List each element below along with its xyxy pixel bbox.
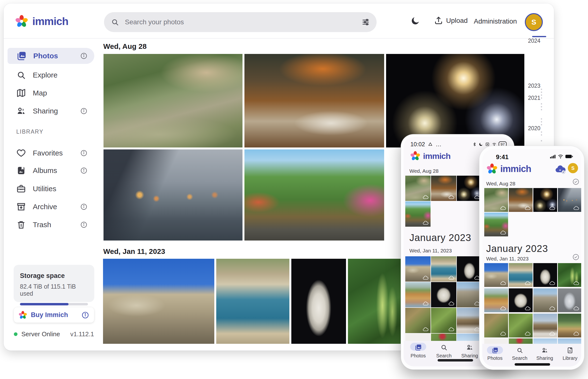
info-icon[interactable] bbox=[80, 52, 87, 60]
tab-search[interactable]: Search bbox=[433, 344, 455, 359]
photo-monkeys-forest[interactable] bbox=[104, 54, 242, 147]
info-icon[interactable] bbox=[80, 167, 87, 174]
thumb-monkeys-forest[interactable] bbox=[405, 176, 430, 201]
thumb-garden-path[interactable] bbox=[484, 213, 508, 237]
user-avatar[interactable]: S bbox=[568, 163, 578, 173]
thumb-winter-church[interactable] bbox=[457, 308, 482, 333]
tab-photos[interactable]: Photos bbox=[407, 344, 429, 359]
thumb-beach-cliff[interactable] bbox=[484, 288, 508, 312]
storage-progress-track bbox=[20, 303, 88, 305]
administration-link[interactable]: Administration bbox=[474, 17, 517, 25]
thumb-stone-sculpture[interactable] bbox=[431, 282, 456, 307]
sidebar-item-map[interactable]: Map bbox=[8, 85, 94, 101]
upload-icon bbox=[434, 16, 443, 25]
thumb-silver-ornament[interactable] bbox=[558, 288, 581, 312]
buy-immich-button[interactable]: Buy Immich bbox=[14, 307, 94, 323]
sidebar-label: Archive bbox=[33, 203, 57, 211]
scrubber-tick bbox=[541, 121, 542, 123]
thumb-beach-cliff[interactable] bbox=[405, 282, 430, 307]
photo-holding-hands[interactable] bbox=[104, 149, 242, 240]
thumb-garden-path[interactable] bbox=[405, 201, 430, 227]
thumb-coastal-town[interactable] bbox=[431, 256, 456, 282]
brand-name: immich bbox=[32, 15, 68, 28]
scrubber-tick bbox=[541, 92, 542, 93]
info-icon[interactable] bbox=[80, 221, 87, 228]
thumb-partial-flowers[interactable] bbox=[431, 333, 456, 341]
user-avatar[interactable]: S bbox=[525, 13, 543, 31]
thumb-partial-sky[interactable] bbox=[533, 338, 557, 344]
photo-fireworks[interactable] bbox=[386, 54, 524, 147]
scrubber-position-bar[interactable] bbox=[532, 36, 546, 37]
immich-flower-icon bbox=[19, 311, 27, 319]
photo-dinner-table[interactable] bbox=[244, 54, 384, 147]
thumb-winter-church[interactable] bbox=[533, 314, 557, 337]
info-icon[interactable] bbox=[80, 149, 87, 157]
select-all-icon[interactable] bbox=[572, 253, 579, 261]
sidebar-item-sharing[interactable]: Sharing bbox=[8, 103, 94, 119]
scrubber-year[interactable]: 2024 bbox=[528, 38, 540, 44]
tab-sharing[interactable]: Sharing bbox=[534, 347, 556, 361]
info-icon[interactable] bbox=[80, 203, 87, 210]
thumb-lizard-moss[interactable] bbox=[509, 314, 533, 337]
brand-name: immich bbox=[423, 151, 450, 161]
photo-seagrape-plant[interactable] bbox=[348, 259, 404, 344]
thumb-partial[interactable] bbox=[484, 338, 508, 344]
thumb-monkeys-forest[interactable] bbox=[484, 188, 508, 212]
thumb-fortress[interactable] bbox=[405, 256, 430, 282]
scrubber-year[interactable]: 2023 bbox=[528, 83, 540, 89]
sidebar-label: Map bbox=[33, 89, 47, 97]
photo-fortress-wall[interactable] bbox=[103, 259, 214, 344]
thumb-holding-hands[interactable] bbox=[558, 188, 581, 212]
sidebar-item-photos[interactable]: Photos bbox=[8, 48, 94, 64]
thumb-marble-bust[interactable] bbox=[457, 256, 482, 282]
thumb-fireworks[interactable] bbox=[457, 176, 482, 201]
tab-sharing[interactable]: Sharing bbox=[459, 344, 481, 359]
thumb-dinner-table[interactable] bbox=[431, 176, 456, 201]
thumb-fireworks[interactable] bbox=[533, 188, 557, 212]
photo-coastal-town[interactable] bbox=[216, 259, 289, 344]
thumb-coastal-town[interactable] bbox=[509, 263, 533, 287]
thumb-dinner-table[interactable] bbox=[509, 188, 533, 212]
tab-library[interactable]: Library bbox=[559, 347, 581, 361]
sidebar-item-albums[interactable]: Albums bbox=[8, 162, 94, 179]
sidebar-item-archive[interactable]: Archive bbox=[8, 199, 94, 215]
thumb-castle-ruins[interactable] bbox=[533, 288, 557, 312]
thumb-partial-sky[interactable] bbox=[558, 338, 581, 344]
thumb-castle-ruins[interactable] bbox=[457, 282, 482, 307]
sidebar-item-explore[interactable]: Explore bbox=[8, 67, 94, 83]
scrubber-year[interactable]: 2020 bbox=[528, 125, 540, 132]
thumb-partial-sky[interactable] bbox=[457, 333, 482, 341]
cloud-icon bbox=[423, 221, 429, 225]
thumb-lizard-moss[interactable] bbox=[431, 308, 456, 333]
search-filters-icon[interactable] bbox=[362, 18, 370, 26]
thumb-partial[interactable] bbox=[405, 333, 430, 341]
thumb-stone-sculpture[interactable] bbox=[509, 288, 533, 312]
album-icon bbox=[16, 166, 26, 175]
info-icon[interactable] bbox=[81, 311, 89, 319]
thumb-lizard-leaves[interactable] bbox=[484, 314, 508, 337]
info-icon[interactable] bbox=[80, 107, 87, 115]
app-logo[interactable]: immich bbox=[15, 15, 68, 28]
photo-garden-path[interactable] bbox=[244, 149, 384, 240]
status-dot bbox=[14, 332, 17, 336]
thumb-seagrape-plant[interactable] bbox=[558, 263, 581, 287]
sidebar-item-trash[interactable]: Trash bbox=[8, 217, 94, 233]
sidebar-item-favorites[interactable]: Favorites bbox=[8, 145, 94, 161]
thumb-farm-houses[interactable] bbox=[558, 314, 581, 337]
tab-search[interactable]: Search bbox=[509, 347, 531, 361]
tab-photos[interactable]: Photos bbox=[484, 347, 506, 361]
thumb-lizard-leaves[interactable] bbox=[405, 308, 430, 333]
dark-mode-toggle[interactable] bbox=[410, 16, 420, 26]
cloud-sync-icon[interactable] bbox=[555, 165, 566, 174]
upload-button[interactable]: Upload bbox=[434, 16, 468, 25]
select-all-icon[interactable] bbox=[572, 178, 579, 185]
thumb-partial-flowers[interactable] bbox=[509, 338, 533, 344]
cloud-icon bbox=[448, 327, 454, 332]
thumb-fortress[interactable] bbox=[484, 263, 508, 287]
thumb-marble-bust[interactable] bbox=[533, 263, 557, 287]
photo-marble-bust[interactable] bbox=[291, 259, 346, 344]
scrubber-year[interactable]: 2021 bbox=[528, 95, 540, 101]
immich-flower-icon bbox=[15, 15, 28, 28]
search-input[interactable]: Search your photos bbox=[104, 12, 377, 32]
sidebar-item-utilities[interactable]: Utilities bbox=[8, 181, 94, 197]
